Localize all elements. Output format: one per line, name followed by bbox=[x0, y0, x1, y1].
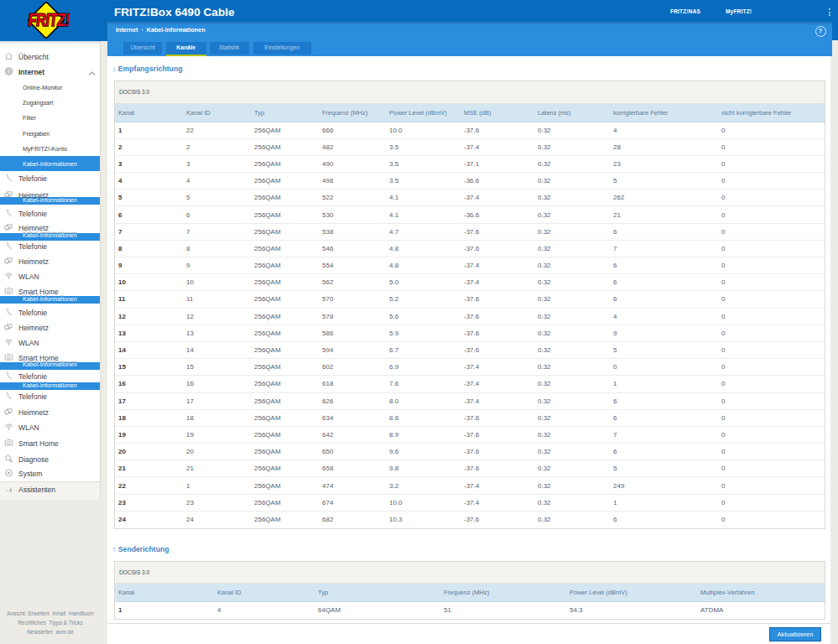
svg-text:FRITZ!: FRITZ! bbox=[27, 10, 70, 30]
